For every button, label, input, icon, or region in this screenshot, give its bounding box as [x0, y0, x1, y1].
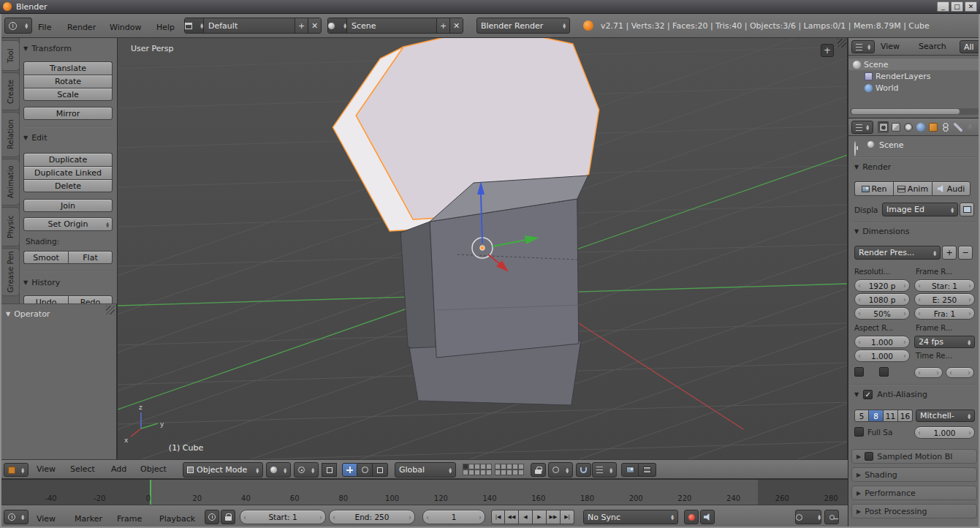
- tab-object[interactable]: [927, 121, 938, 133]
- undo-button[interactable]: Undo: [23, 295, 68, 303]
- tab-constraints[interactable]: [940, 121, 951, 133]
- layers-widget[interactable]: [463, 464, 525, 476]
- editor-type-menu-info[interactable]: [4, 18, 32, 34]
- screen-layout-icon[interactable]: [185, 18, 204, 33]
- redo-button[interactable]: Redo: [68, 295, 113, 303]
- scrollbar-thumb[interactable]: [851, 109, 960, 114]
- auto-keyframe-button[interactable]: [684, 510, 699, 524]
- layer-toggle[interactable]: [495, 469, 501, 475]
- cube-front-face[interactable]: [430, 199, 579, 358]
- tab-scene[interactable]: [903, 121, 913, 133]
- delete-scene-button[interactable]: ✕: [449, 18, 463, 33]
- tab-tools[interactable]: Tool: [2, 40, 20, 71]
- frame-rate-menu[interactable]: 24 fps: [914, 336, 975, 348]
- editor-type-menu-3dview[interactable]: [4, 463, 29, 477]
- tab-physics[interactable]: Physic: [2, 207, 20, 246]
- tab-animation[interactable]: Animatio: [2, 159, 20, 205]
- screen-layout-name[interactable]: Default: [204, 18, 295, 33]
- remove-preset-button[interactable]: −: [958, 246, 973, 260]
- viewport-menu-view[interactable]: View: [37, 464, 56, 474]
- layer-toggle[interactable]: [506, 469, 512, 475]
- mirror-button[interactable]: Mirror: [23, 107, 113, 120]
- manipulator-translate-toggle[interactable]: [342, 463, 357, 477]
- pivot-align-toggle[interactable]: [322, 463, 337, 477]
- scene-selector[interactable]: Scene + ✕: [327, 18, 463, 34]
- join-button[interactable]: Join: [23, 199, 113, 212]
- timeline-menu-view[interactable]: View: [37, 514, 56, 524]
- panel-history-header[interactable]: ▼ History: [23, 278, 60, 287]
- minimize-button[interactable]: _: [937, 1, 949, 12]
- layer-toggle[interactable]: [495, 464, 501, 469]
- editor-type-menu-properties[interactable]: [851, 121, 873, 134]
- motion-blur-checkbox[interactable]: [865, 452, 873, 461]
- use-preview-range-button[interactable]: [205, 510, 219, 524]
- outliner-menu-view[interactable]: View: [881, 42, 900, 51]
- full-sample-checkbox[interactable]: [854, 427, 864, 437]
- frame-end-field[interactable]: End: 250: [329, 510, 415, 524]
- render-engine-menu[interactable]: Blender Render: [476, 18, 570, 34]
- sync-mode-menu[interactable]: No Sync: [583, 510, 678, 524]
- current-frame-field[interactable]: 1: [422, 510, 485, 524]
- aspect-x-field[interactable]: 1.000: [854, 336, 910, 348]
- opengl-render-still-button[interactable]: [621, 463, 639, 477]
- region-expand-button[interactable]: +: [821, 44, 834, 57]
- window-titlebar[interactable]: Blender _ □ ✕: [0, 0, 980, 14]
- resolution-x-field[interactable]: 1920 p: [854, 279, 910, 292]
- keying-set-menu[interactable]: [795, 510, 821, 524]
- layer-toggle[interactable]: [512, 469, 518, 475]
- layer-toggle[interactable]: [501, 464, 506, 469]
- render-animation-button[interactable]: Anim: [893, 181, 932, 196]
- delete-layout-button[interactable]: ✕: [308, 18, 321, 33]
- display-screen-button[interactable]: [960, 203, 974, 216]
- manipulator-scale-toggle[interactable]: [373, 463, 388, 477]
- close-button[interactable]: ✕: [965, 1, 977, 12]
- outliner-item-world[interactable]: World: [848, 82, 980, 94]
- time-remap-old-field[interactable]: [914, 367, 943, 378]
- add-scene-button[interactable]: +: [436, 18, 449, 33]
- tab-world[interactable]: [915, 121, 926, 133]
- menu-render[interactable]: Render: [67, 23, 96, 32]
- tab-create[interactable]: Create: [2, 72, 20, 110]
- outliner-filter-menu[interactable]: All: [960, 40, 980, 53]
- layer-toggle[interactable]: [468, 469, 474, 475]
- menu-window[interactable]: Window: [110, 23, 141, 32]
- panel-sampled-motion-blur[interactable]: ▶ Sampled Motion Bl: [851, 449, 977, 464]
- layer-toggle[interactable]: [463, 469, 468, 475]
- jump-to-start-button[interactable]: |◀: [491, 510, 505, 524]
- aa-samples-8-button[interactable]: 8: [869, 410, 884, 422]
- opengl-render-anim-button[interactable]: [639, 463, 656, 477]
- layer-toggle[interactable]: [518, 469, 524, 475]
- jump-prev-keyframe-button[interactable]: ◀◀: [505, 510, 519, 524]
- scene-lock-toggle[interactable]: [531, 463, 546, 477]
- audio-sync-button[interactable]: [700, 510, 715, 524]
- viewport-menu-add[interactable]: Add: [111, 464, 126, 474]
- screen-layout-selector[interactable]: Default + ✕: [184, 18, 322, 34]
- panel-performance[interactable]: ▶ Performance: [851, 486, 977, 500]
- panel-operator-header[interactable]: ▼ Operator: [6, 309, 50, 319]
- layer-toggle[interactable]: [506, 464, 512, 469]
- aa-filter-menu[interactable]: Mitchell-: [916, 410, 975, 422]
- scene-selector-icon[interactable]: [328, 18, 347, 33]
- timeline-menu-marker[interactable]: Marker: [75, 514, 102, 524]
- manipulator-rotate-toggle[interactable]: [357, 463, 373, 477]
- outliner-item-renderlayers[interactable]: RenderLayers: [848, 70, 980, 82]
- delete-button[interactable]: Delete: [23, 179, 113, 192]
- resolution-percentage-field[interactable]: 50%: [854, 307, 910, 320]
- panel-antialiasing-header[interactable]: ▼ Anti-Aliasing: [854, 390, 927, 399]
- snap-toggle[interactable]: [576, 463, 591, 477]
- viewport-canvas[interactable]: z y x User Persp (1) Cube: [118, 38, 847, 459]
- menu-file[interactable]: File: [38, 23, 51, 32]
- layers-group-1[interactable]: [463, 464, 493, 476]
- area-corner-widget[interactable]: [106, 306, 115, 314]
- crop-checkbox[interactable]: [879, 367, 889, 377]
- layers-group-2[interactable]: [495, 464, 525, 476]
- add-layout-button[interactable]: +: [295, 18, 308, 33]
- pivot-point-menu[interactable]: [294, 462, 319, 478]
- aa-filter-size-field[interactable]: 1.000: [914, 426, 975, 439]
- layer-toggle[interactable]: [486, 464, 492, 469]
- shade-flat-button[interactable]: Flat: [68, 251, 113, 264]
- menu-help[interactable]: Help: [156, 23, 175, 32]
- proportional-edit-menu[interactable]: [548, 462, 573, 478]
- tab-relations[interactable]: Relation: [2, 112, 20, 157]
- scene-name[interactable]: Scene: [347, 18, 436, 33]
